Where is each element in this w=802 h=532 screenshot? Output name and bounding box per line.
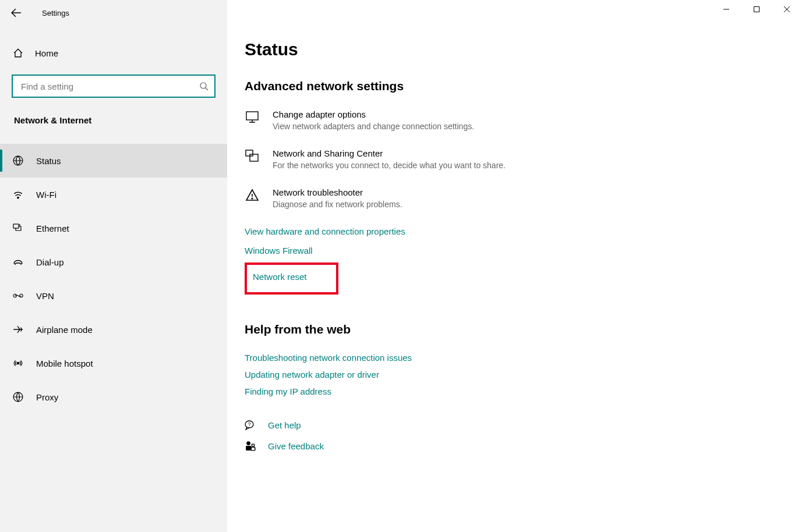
dialup-icon (13, 258, 23, 266)
svg-point-4 (13, 294, 16, 297)
help-heading: Help from the web (245, 322, 802, 336)
help-links: Troubleshooting network connection issue… (245, 353, 802, 396)
globe-icon (13, 155, 23, 166)
give-feedback-button[interactable]: Give feedback (245, 441, 802, 451)
window-title: Settings (42, 9, 69, 17)
search-icon (199, 81, 209, 91)
get-help-label: Get help (268, 420, 301, 430)
sidebar-item-label: Status (36, 156, 61, 166)
sidebar-item-proxy[interactable]: Proxy (0, 380, 227, 414)
option-title: Change adapter options (273, 109, 474, 119)
proxy-icon (13, 392, 23, 402)
sidebar-item-label: Ethernet (36, 224, 69, 233)
sidebar-item-label: Mobile hotspot (36, 359, 93, 368)
network-reset-link[interactable]: Network reset (253, 272, 307, 282)
svg-point-2 (17, 197, 19, 198)
sidebar-item-label: VPN (36, 291, 54, 301)
svg-point-12 (252, 198, 253, 199)
close-button[interactable] (772, 0, 802, 19)
option-desc: Diagnose and fix network problems. (273, 200, 402, 209)
svg-rect-9 (246, 112, 258, 120)
svg-rect-10 (246, 150, 253, 156)
option-network-and-sharing-center[interactable]: Network and Sharing CenterFor the networ… (245, 148, 802, 170)
highlighted-link-box: Network reset (245, 263, 338, 295)
svg-point-17 (252, 444, 255, 447)
sidebar: Settings Home Network & Internet StatusW… (0, 0, 227, 532)
sidebar-item-wi-fi[interactable]: Wi-Fi (0, 178, 227, 211)
feedback-icon (245, 441, 256, 451)
nav-list: StatusWi-FiEthernetDial-upVPNAirplane mo… (0, 144, 227, 414)
svg-point-6 (17, 362, 19, 364)
option-title: Network troubleshooter (273, 187, 402, 197)
option-network-troubleshooter[interactable]: Network troubleshooterDiagnose and fix n… (245, 187, 802, 209)
titlebar: Settings (0, 0, 227, 26)
ethernet-icon (13, 224, 23, 233)
home-button[interactable]: Home (0, 40, 227, 66)
give-feedback-label: Give feedback (268, 441, 324, 451)
wifi-icon (13, 189, 23, 200)
link-view-hardware-and-connection-properties[interactable]: View hardware and connection properties (245, 226, 405, 236)
network-links: View hardware and connection propertiesW… (245, 226, 802, 265)
hotspot-icon (13, 358, 23, 368)
page-title: Status (245, 40, 802, 59)
option-change-adapter-options[interactable]: Change adapter optionsView network adapt… (245, 109, 802, 131)
get-help-button[interactable]: ? Get help (245, 420, 802, 430)
sidebar-item-vpn[interactable]: VPN (0, 279, 227, 313)
main-content: Status Advanced network settings Change … (227, 0, 802, 532)
search-box[interactable] (12, 75, 215, 98)
svg-point-0 (200, 83, 206, 88)
svg-rect-8 (754, 7, 759, 12)
window-controls (711, 0, 802, 19)
sharing-icon (245, 148, 260, 170)
sidebar-item-ethernet[interactable]: Ethernet (0, 211, 227, 245)
airplane-icon (13, 324, 23, 335)
option-desc: View network adapters and change connect… (273, 122, 474, 131)
warning-icon (245, 187, 260, 209)
option-title: Network and Sharing Center (273, 148, 506, 158)
section-heading: Advanced network settings (245, 79, 802, 93)
sidebar-item-status[interactable]: Status (0, 144, 227, 178)
home-icon (13, 48, 23, 58)
svg-rect-16 (246, 446, 251, 451)
sidebar-item-label: Proxy (36, 392, 58, 402)
sidebar-item-label: Airplane mode (36, 325, 93, 335)
sidebar-item-airplane-mode[interactable]: Airplane mode (0, 313, 227, 346)
svg-rect-18 (251, 447, 255, 451)
vpn-icon (13, 292, 23, 300)
home-label: Home (35, 48, 58, 58)
svg-point-15 (246, 441, 250, 445)
help-icon: ? (245, 420, 256, 430)
minimize-button[interactable] (711, 0, 741, 19)
options-list: Change adapter optionsView network adapt… (245, 109, 802, 209)
back-button[interactable] (10, 7, 22, 19)
svg-rect-11 (250, 154, 258, 161)
adapter-icon (245, 109, 260, 131)
help-section: Help from the web Troubleshooting networ… (245, 322, 802, 396)
svg-text:?: ? (248, 421, 250, 427)
svg-point-5 (20, 294, 23, 297)
sidebar-item-label: Wi-Fi (36, 190, 56, 200)
help-link-finding-my-ip-address[interactable]: Finding my IP address (245, 386, 331, 396)
group-title: Network & Internet (0, 98, 227, 133)
svg-rect-3 (13, 224, 19, 228)
help-link-troubleshooting-network-connection-issues[interactable]: Troubleshooting network connection issue… (245, 353, 412, 363)
help-link-updating-network-adapter-or-driver[interactable]: Updating network adapter or driver (245, 370, 379, 380)
sidebar-item-dial-up[interactable]: Dial-up (0, 245, 227, 279)
link-windows-firewall[interactable]: Windows Firewall (245, 246, 313, 256)
sidebar-item-label: Dial-up (36, 257, 64, 267)
arrow-left-icon (11, 8, 22, 18)
sidebar-item-mobile-hotspot[interactable]: Mobile hotspot (0, 346, 227, 380)
option-desc: For the networks you connect to, decide … (273, 161, 506, 170)
maximize-button[interactable] (741, 0, 772, 19)
search-input[interactable] (20, 81, 199, 92)
